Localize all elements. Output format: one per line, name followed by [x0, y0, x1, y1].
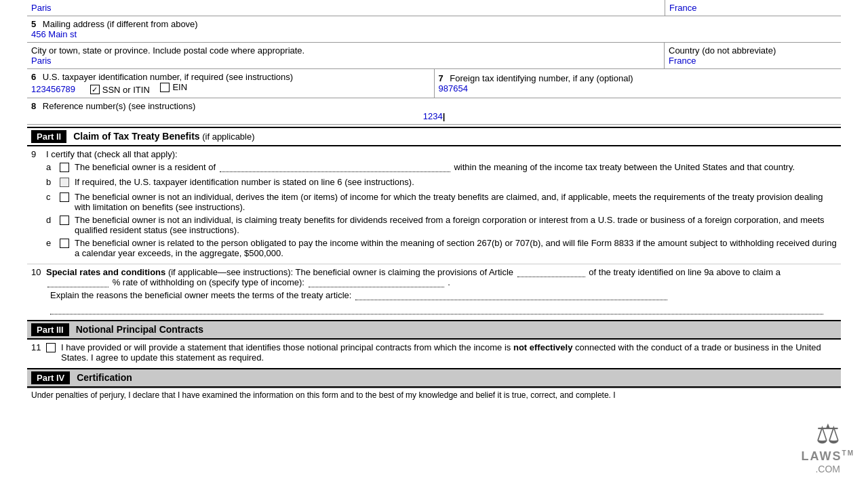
row7-text: Foreign tax identifying number, if any (…	[450, 73, 633, 83]
item-c-letter: c	[46, 192, 60, 202]
row8-value: 1234	[423, 111, 443, 121]
item-d-checkbox[interactable]	[60, 216, 69, 225]
city-label-text: City or town, state or province. Include…	[31, 45, 660, 56]
watermark-icon-container: ⚖ LAWSTM .COM	[802, 418, 854, 474]
item-b-checkbox[interactable]	[60, 178, 69, 187]
item-c-checkbox[interactable]	[60, 192, 69, 202]
top-city-cell: Paris	[27, 0, 665, 16]
item-d-text: The beneficial owner is not an individua…	[75, 215, 837, 235]
part-ii-title: Claim of Tax Treaty Benefits	[73, 131, 199, 142]
section-10: 10 Special rates and conditions (if appl…	[27, 264, 841, 317]
section10-explain-dotted	[355, 300, 667, 300]
section11-checkbox[interactable]	[46, 343, 56, 352]
footer-text: Under penalties of perjury, I declare th…	[27, 388, 841, 402]
part-iii-header-row: Part III Notional Principal Contracts	[27, 320, 841, 340]
item-b-checkbox-container[interactable]	[60, 177, 75, 189]
ein-label: EIN	[172, 82, 187, 92]
item-a-text-before: The beneficial owner is a resident of	[75, 162, 216, 172]
section10-num: 10	[31, 267, 46, 277]
item-b-text: If required, the U.S. taxpayer identific…	[75, 177, 837, 187]
item-c-checkbox-container[interactable]	[60, 192, 75, 204]
part-ii-subtitle: (if applicable)	[202, 131, 254, 142]
section11-num: 11	[31, 342, 46, 352]
part-iii-label: Part III	[31, 323, 69, 336]
part-iii-title: Notional Principal Contracts	[76, 324, 203, 335]
section10-rate-dotted	[47, 287, 108, 287]
section10-text: Special rates and conditions (if applica…	[46, 267, 837, 287]
country-label-text: Country (do not abbreviate)	[669, 45, 837, 56]
section10-text4: .	[448, 277, 450, 287]
section10-extra-dotted-row	[31, 300, 837, 314]
watermark-tm: TM	[842, 449, 854, 457]
country-value: France	[669, 56, 837, 66]
part-iv-header-row: Part IV Certification	[27, 368, 841, 388]
row8-label: 8	[31, 101, 36, 111]
section10-extra-dotted	[50, 314, 823, 314]
footer-content: Under penalties of perjury, I declare th…	[31, 390, 616, 400]
city-country-top-row: Paris France	[27, 0, 841, 16]
section10-row: 10 Special rates and conditions (if appl…	[31, 267, 837, 287]
item-a-checkbox[interactable]	[60, 163, 69, 172]
mailing-address-row: 5 Mailing address (if different from abo…	[27, 16, 841, 43]
city-label-cell: City or town, state or province. Include…	[27, 43, 665, 68]
item-e-letter: e	[46, 238, 60, 248]
section10-bold: Special rates and conditions	[46, 267, 165, 277]
scales-icon: ⚖	[816, 418, 840, 449]
reference-row: 8 Reference number(s) (see instructions)…	[27, 98, 841, 125]
part-iv-title: Certification	[77, 372, 132, 383]
row6-value: 123456789	[31, 84, 75, 94]
row5-label: 5	[31, 19, 36, 29]
item-e-checkbox-container[interactable]	[60, 238, 75, 250]
part-ii-label: Part II	[31, 130, 66, 143]
item-a-text: The beneficial owner is a resident of wi…	[75, 162, 837, 172]
item-d-letter: d	[46, 215, 60, 225]
item-c-text: The beneficial owner is not an individua…	[75, 192, 837, 212]
section-9: 9 I certify that (check all that apply):…	[27, 146, 841, 264]
row7-value: 987654	[439, 83, 468, 94]
country-label-cell: Country (do not abbreviate) France	[665, 43, 841, 68]
section9-item-c: c The beneficial owner is not an individ…	[46, 192, 837, 212]
part-ii-header-row: Part II Claim of Tax Treaty Benefits (if…	[27, 127, 841, 146]
taxid-right-cell: 7 Foreign tax identifying number, if any…	[435, 70, 842, 96]
ein-checkbox[interactable]	[160, 83, 170, 92]
row6-text: U.S. taxpayer identification number, if …	[43, 72, 293, 82]
item-a-checkbox-container[interactable]	[60, 162, 75, 174]
section11-text: I have provided or will provide a statem…	[61, 342, 837, 363]
top-country-value: France	[669, 3, 696, 13]
section10-income-dotted	[309, 287, 444, 287]
section9-item-e: e The beneficial owner is related to the…	[46, 238, 837, 258]
item-a-text-after: within the meaning of the income tax tre…	[454, 162, 795, 172]
reference-value-container: 1234|	[31, 111, 837, 121]
watermark-brand: LAWSTM	[802, 449, 854, 464]
section9-item-d: d The beneficial owner is not an individ…	[46, 215, 837, 235]
page-container: Paris France 5 Mailing address (if diffe…	[0, 0, 868, 402]
section9-num: 9	[31, 149, 46, 159]
section10-text2: of the treaty identified on line 9a abov…	[589, 267, 781, 277]
top-city-value: Paris	[31, 3, 52, 13]
item-a-letter: a	[46, 162, 60, 172]
section10-text3: % rate of withholding on (specify type o…	[113, 277, 304, 287]
ssn-label: SSN or ITIN	[102, 85, 150, 95]
watermark: ⚖ LAWSTM .COM	[802, 418, 854, 474]
row6-label: 6	[31, 72, 36, 82]
city-value: Paris	[31, 56, 660, 66]
section9-item-b: b If required, the U.S. taxpayer identif…	[46, 177, 837, 189]
item-e-checkbox[interactable]	[60, 239, 69, 248]
item-d-checkbox-container[interactable]	[60, 215, 75, 227]
ein-checkbox-group[interactable]: EIN	[160, 82, 187, 92]
top-country-cell: France	[665, 0, 841, 16]
section11-checkbox-container[interactable]	[46, 342, 61, 354]
taxid-row: 6 U.S. taxpayer identification number, i…	[27, 69, 841, 98]
section10-explain-row: Explain the reasons the beneficial owner…	[31, 290, 837, 300]
item-a-dotted	[220, 171, 450, 172]
watermark-domain: .COM	[815, 464, 840, 474]
taxid-left-cell: 6 U.S. taxpayer identification number, i…	[27, 69, 435, 98]
section10-rest: (if applicable—see instructions): The be…	[165, 267, 513, 277]
ssn-checkbox-group[interactable]: SSN or ITIN	[90, 85, 150, 95]
ssn-checkbox[interactable]	[90, 85, 100, 94]
section11-bold: not effectively	[513, 342, 572, 352]
section10-text5: Explain the reasons the beneficial owner…	[50, 290, 351, 300]
section-11: 11 I have provided or will provide a sta…	[27, 340, 841, 368]
section9-item-a: a The beneficial owner is a resident of …	[46, 162, 837, 174]
row5-address-value: 456 Main st	[31, 29, 77, 39]
